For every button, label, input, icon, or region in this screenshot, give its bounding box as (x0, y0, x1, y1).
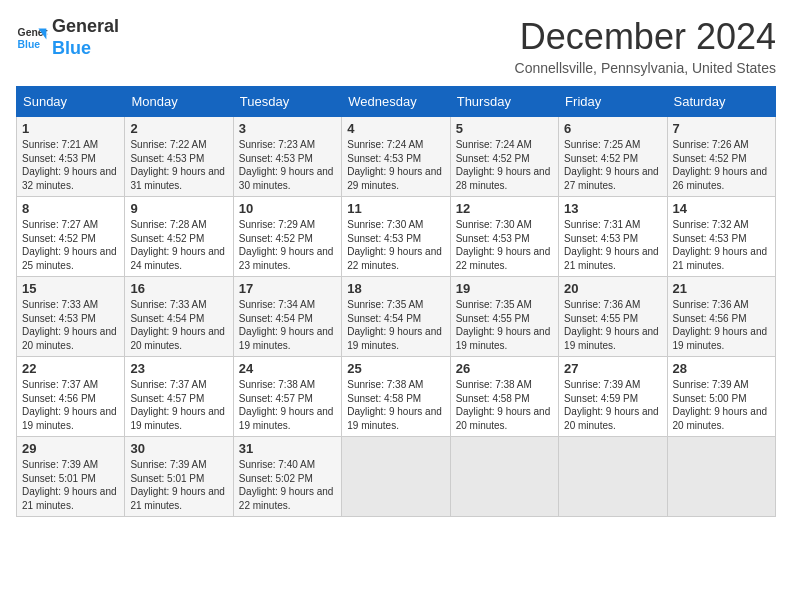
calendar-cell: 25Sunrise: 7:38 AMSunset: 4:58 PMDayligh… (342, 357, 450, 437)
day-number: 16 (130, 281, 227, 296)
header: General Blue General Blue December 2024 … (16, 16, 776, 76)
calendar-cell: 15Sunrise: 7:33 AMSunset: 4:53 PMDayligh… (17, 277, 125, 357)
calendar-cell: 30Sunrise: 7:39 AMSunset: 5:01 PMDayligh… (125, 437, 233, 517)
calendar-cell: 3Sunrise: 7:23 AMSunset: 4:53 PMDaylight… (233, 117, 341, 197)
cell-info: Sunrise: 7:21 AMSunset: 4:53 PMDaylight:… (22, 138, 119, 192)
day-number: 25 (347, 361, 444, 376)
svg-text:Blue: Blue (18, 38, 41, 49)
cell-info: Sunrise: 7:30 AMSunset: 4:53 PMDaylight:… (347, 218, 444, 272)
calendar-cell: 13Sunrise: 7:31 AMSunset: 4:53 PMDayligh… (559, 197, 667, 277)
month-title: December 2024 (515, 16, 776, 58)
cell-info: Sunrise: 7:39 AMSunset: 5:01 PMDaylight:… (22, 458, 119, 512)
day-number: 13 (564, 201, 661, 216)
calendar-cell: 16Sunrise: 7:33 AMSunset: 4:54 PMDayligh… (125, 277, 233, 357)
location: Connellsville, Pennsylvania, United Stat… (515, 60, 776, 76)
calendar-cell: 1Sunrise: 7:21 AMSunset: 4:53 PMDaylight… (17, 117, 125, 197)
title-section: December 2024 Connellsville, Pennsylvani… (515, 16, 776, 76)
calendar-table: SundayMondayTuesdayWednesdayThursdayFrid… (16, 86, 776, 517)
calendar-cell: 28Sunrise: 7:39 AMSunset: 5:00 PMDayligh… (667, 357, 775, 437)
cell-info: Sunrise: 7:38 AMSunset: 4:57 PMDaylight:… (239, 378, 336, 432)
calendar-cell: 11Sunrise: 7:30 AMSunset: 4:53 PMDayligh… (342, 197, 450, 277)
cell-info: Sunrise: 7:25 AMSunset: 4:52 PMDaylight:… (564, 138, 661, 192)
day-number: 17 (239, 281, 336, 296)
weekday-header-thursday: Thursday (450, 87, 558, 117)
day-number: 30 (130, 441, 227, 456)
day-number: 28 (673, 361, 770, 376)
day-number: 24 (239, 361, 336, 376)
logo-line1: General (52, 16, 119, 38)
cell-info: Sunrise: 7:38 AMSunset: 4:58 PMDaylight:… (456, 378, 553, 432)
week-row-2: 8Sunrise: 7:27 AMSunset: 4:52 PMDaylight… (17, 197, 776, 277)
day-number: 15 (22, 281, 119, 296)
calendar-cell: 7Sunrise: 7:26 AMSunset: 4:52 PMDaylight… (667, 117, 775, 197)
day-number: 7 (673, 121, 770, 136)
calendar-cell: 24Sunrise: 7:38 AMSunset: 4:57 PMDayligh… (233, 357, 341, 437)
day-number: 31 (239, 441, 336, 456)
calendar-cell: 18Sunrise: 7:35 AMSunset: 4:54 PMDayligh… (342, 277, 450, 357)
cell-info: Sunrise: 7:26 AMSunset: 4:52 PMDaylight:… (673, 138, 770, 192)
day-number: 27 (564, 361, 661, 376)
week-row-5: 29Sunrise: 7:39 AMSunset: 5:01 PMDayligh… (17, 437, 776, 517)
cell-info: Sunrise: 7:29 AMSunset: 4:52 PMDaylight:… (239, 218, 336, 272)
calendar-cell: 9Sunrise: 7:28 AMSunset: 4:52 PMDaylight… (125, 197, 233, 277)
calendar-cell: 14Sunrise: 7:32 AMSunset: 4:53 PMDayligh… (667, 197, 775, 277)
day-number: 2 (130, 121, 227, 136)
day-number: 1 (22, 121, 119, 136)
cell-info: Sunrise: 7:36 AMSunset: 4:55 PMDaylight:… (564, 298, 661, 352)
day-number: 21 (673, 281, 770, 296)
day-number: 8 (22, 201, 119, 216)
cell-info: Sunrise: 7:39 AMSunset: 5:01 PMDaylight:… (130, 458, 227, 512)
cell-info: Sunrise: 7:24 AMSunset: 4:52 PMDaylight:… (456, 138, 553, 192)
logo-icon: General Blue (16, 22, 48, 54)
week-row-1: 1Sunrise: 7:21 AMSunset: 4:53 PMDaylight… (17, 117, 776, 197)
cell-info: Sunrise: 7:35 AMSunset: 4:55 PMDaylight:… (456, 298, 553, 352)
calendar-cell: 27Sunrise: 7:39 AMSunset: 4:59 PMDayligh… (559, 357, 667, 437)
calendar-cell: 26Sunrise: 7:38 AMSunset: 4:58 PMDayligh… (450, 357, 558, 437)
weekday-header-monday: Monday (125, 87, 233, 117)
day-number: 26 (456, 361, 553, 376)
calendar-cell: 19Sunrise: 7:35 AMSunset: 4:55 PMDayligh… (450, 277, 558, 357)
day-number: 5 (456, 121, 553, 136)
day-number: 18 (347, 281, 444, 296)
cell-info: Sunrise: 7:31 AMSunset: 4:53 PMDaylight:… (564, 218, 661, 272)
calendar-cell: 5Sunrise: 7:24 AMSunset: 4:52 PMDaylight… (450, 117, 558, 197)
cell-info: Sunrise: 7:38 AMSunset: 4:58 PMDaylight:… (347, 378, 444, 432)
day-number: 22 (22, 361, 119, 376)
weekday-header-friday: Friday (559, 87, 667, 117)
calendar-cell: 10Sunrise: 7:29 AMSunset: 4:52 PMDayligh… (233, 197, 341, 277)
calendar-cell: 2Sunrise: 7:22 AMSunset: 4:53 PMDaylight… (125, 117, 233, 197)
cell-info: Sunrise: 7:37 AMSunset: 4:56 PMDaylight:… (22, 378, 119, 432)
cell-info: Sunrise: 7:35 AMSunset: 4:54 PMDaylight:… (347, 298, 444, 352)
calendar-cell: 17Sunrise: 7:34 AMSunset: 4:54 PMDayligh… (233, 277, 341, 357)
day-number: 10 (239, 201, 336, 216)
day-number: 14 (673, 201, 770, 216)
cell-info: Sunrise: 7:27 AMSunset: 4:52 PMDaylight:… (22, 218, 119, 272)
cell-info: Sunrise: 7:22 AMSunset: 4:53 PMDaylight:… (130, 138, 227, 192)
weekday-header-tuesday: Tuesday (233, 87, 341, 117)
day-number: 3 (239, 121, 336, 136)
cell-info: Sunrise: 7:23 AMSunset: 4:53 PMDaylight:… (239, 138, 336, 192)
weekday-header-wednesday: Wednesday (342, 87, 450, 117)
cell-info: Sunrise: 7:33 AMSunset: 4:53 PMDaylight:… (22, 298, 119, 352)
calendar-cell (667, 437, 775, 517)
day-number: 12 (456, 201, 553, 216)
day-number: 20 (564, 281, 661, 296)
cell-info: Sunrise: 7:39 AMSunset: 4:59 PMDaylight:… (564, 378, 661, 432)
calendar-cell: 12Sunrise: 7:30 AMSunset: 4:53 PMDayligh… (450, 197, 558, 277)
logo-line2: Blue (52, 38, 119, 60)
cell-info: Sunrise: 7:34 AMSunset: 4:54 PMDaylight:… (239, 298, 336, 352)
cell-info: Sunrise: 7:30 AMSunset: 4:53 PMDaylight:… (456, 218, 553, 272)
calendar-cell: 8Sunrise: 7:27 AMSunset: 4:52 PMDaylight… (17, 197, 125, 277)
calendar-cell: 6Sunrise: 7:25 AMSunset: 4:52 PMDaylight… (559, 117, 667, 197)
cell-info: Sunrise: 7:37 AMSunset: 4:57 PMDaylight:… (130, 378, 227, 432)
weekday-header-sunday: Sunday (17, 87, 125, 117)
calendar-cell: 20Sunrise: 7:36 AMSunset: 4:55 PMDayligh… (559, 277, 667, 357)
cell-info: Sunrise: 7:39 AMSunset: 5:00 PMDaylight:… (673, 378, 770, 432)
weekday-header-saturday: Saturday (667, 87, 775, 117)
week-row-3: 15Sunrise: 7:33 AMSunset: 4:53 PMDayligh… (17, 277, 776, 357)
calendar-cell: 29Sunrise: 7:39 AMSunset: 5:01 PMDayligh… (17, 437, 125, 517)
week-row-4: 22Sunrise: 7:37 AMSunset: 4:56 PMDayligh… (17, 357, 776, 437)
calendar-cell (342, 437, 450, 517)
day-number: 4 (347, 121, 444, 136)
cell-info: Sunrise: 7:28 AMSunset: 4:52 PMDaylight:… (130, 218, 227, 272)
